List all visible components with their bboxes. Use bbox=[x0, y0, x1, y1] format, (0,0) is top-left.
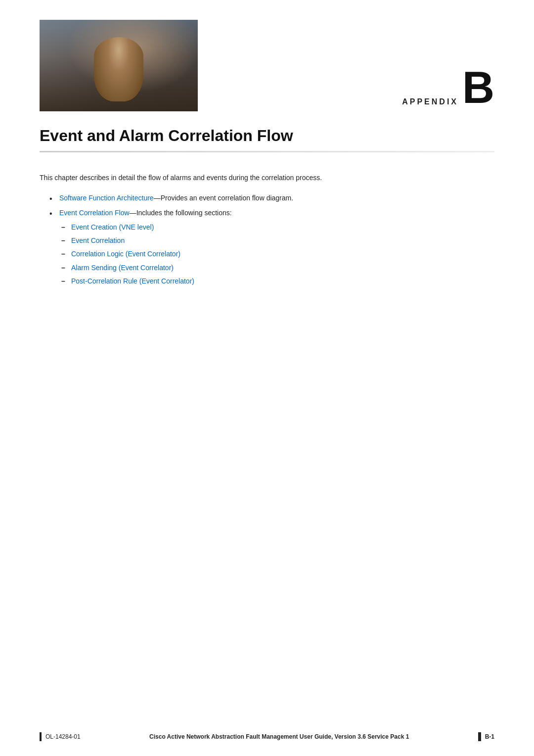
sub-bullet-list: Event Creation (VNE level) Event Correla… bbox=[59, 222, 494, 287]
link-post-correlation[interactable]: Post-Correlation Rule (Event Correlator) bbox=[71, 277, 194, 285]
footer-page-number: B-1 bbox=[485, 733, 494, 740]
header-image bbox=[40, 20, 198, 111]
footer-bar-left bbox=[40, 732, 42, 741]
sub-item-4: Alarm Sending (Event Correlator) bbox=[59, 262, 494, 273]
chapter-title-area: Event and Alarm Correlation Flow bbox=[0, 126, 534, 152]
appendix-word: APPENDIX bbox=[402, 97, 458, 106]
bullet-2-text: —Includes the following sections: bbox=[130, 209, 232, 217]
link-software-function[interactable]: Software Function Architecture bbox=[59, 194, 154, 202]
appendix-letter: B bbox=[462, 69, 494, 107]
sub-item-5: Post-Correlation Rule (Event Correlator) bbox=[59, 276, 494, 286]
footer: OL-14284-01 Cisco Active Network Abstrac… bbox=[0, 732, 534, 741]
bullet-item-2: Event Correlation Flow—Includes the foll… bbox=[49, 207, 494, 286]
bullet-1-text: —Provides an event correlation flow diag… bbox=[154, 194, 293, 202]
link-event-correlation[interactable]: Event Correlation bbox=[71, 236, 125, 244]
chapter-title: Event and Alarm Correlation Flow bbox=[40, 126, 494, 145]
footer-left: OL-14284-01 bbox=[40, 732, 81, 741]
link-event-creation[interactable]: Event Creation (VNE level) bbox=[71, 223, 154, 231]
footer-right: B-1 bbox=[478, 732, 494, 741]
footer-bar-right bbox=[478, 732, 481, 741]
link-event-correlation-flow[interactable]: Event Correlation Flow bbox=[59, 209, 130, 217]
content-area: This chapter describes in detail the flo… bbox=[0, 157, 534, 330]
sub-item-2: Event Correlation bbox=[59, 235, 494, 246]
link-alarm-sending[interactable]: Alarm Sending (Event Correlator) bbox=[71, 264, 174, 272]
sub-item-3: Correlation Logic (Event Correlator) bbox=[59, 248, 494, 259]
footer-center-text: Cisco Active Network Abstraction Fault M… bbox=[81, 733, 478, 740]
header-area: APPENDIX B bbox=[0, 0, 534, 111]
title-rule bbox=[40, 151, 494, 152]
bullet-item-1: Software Function Architecture—Provides … bbox=[49, 192, 494, 203]
appendix-label: APPENDIX B bbox=[402, 69, 494, 112]
footer-doc-number: OL-14284-01 bbox=[45, 733, 81, 740]
intro-paragraph: This chapter describes in detail the flo… bbox=[40, 172, 494, 183]
main-bullet-list: Software Function Architecture—Provides … bbox=[49, 192, 494, 287]
page-container: APPENDIX B Event and Alarm Correlation F… bbox=[0, 0, 534, 756]
sub-item-1: Event Creation (VNE level) bbox=[59, 222, 494, 233]
link-correlation-logic[interactable]: Correlation Logic (Event Correlator) bbox=[71, 250, 180, 258]
